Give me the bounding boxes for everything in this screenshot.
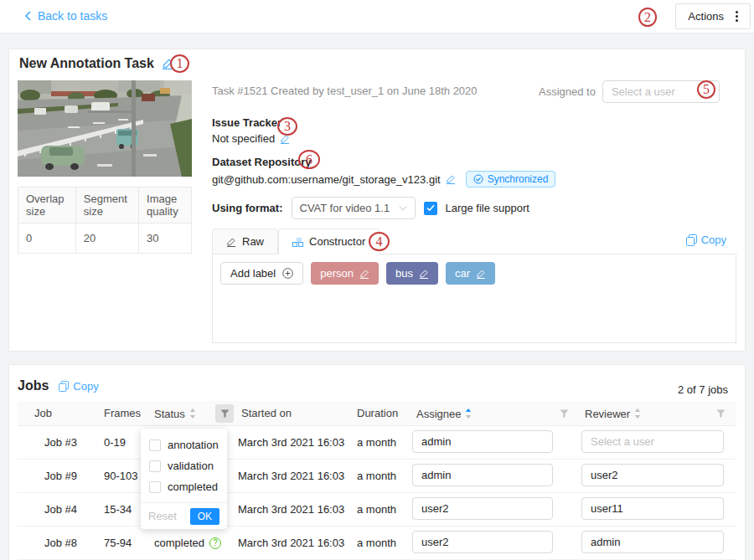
assignee-filter-icon[interactable] xyxy=(555,404,573,423)
table-row: Job #9 90-103 March 3rd 2021 16:03 a mon… xyxy=(18,460,736,493)
filter-option-completed-label: completed xyxy=(168,480,218,493)
job-link[interactable]: Job #9 xyxy=(44,470,77,482)
param-value-overlap: 0 xyxy=(18,223,76,254)
plus-circle-icon xyxy=(282,268,293,279)
chevron-left-icon xyxy=(23,11,32,21)
edit-label-icon[interactable] xyxy=(476,269,486,279)
sort-icon xyxy=(189,408,196,419)
callout-4: 4 xyxy=(369,232,390,251)
task-details-card: New Annotation Task xyxy=(8,49,746,352)
question-circle-icon[interactable]: ? xyxy=(209,537,221,549)
callout-2: 2 xyxy=(638,8,657,27)
page-title: New Annotation Task xyxy=(19,56,154,71)
using-format-label: Using format: xyxy=(212,202,283,214)
started-cell: March 3rd 2021 16:03 xyxy=(238,503,344,516)
assignee-input[interactable] xyxy=(412,531,553,553)
filter-footer: Reset OK xyxy=(141,502,227,529)
job-link[interactable]: Job #3 xyxy=(44,436,77,449)
checkbox-annotation[interactable] xyxy=(149,439,161,451)
edit-label-icon[interactable] xyxy=(419,269,429,279)
filter-option-annotation-label: annotation xyxy=(168,439,219,451)
job-link[interactable]: Job #4 xyxy=(44,503,77,516)
frames-cell: 75-94 xyxy=(104,537,132,549)
back-to-tasks-link[interactable]: Back to tasks xyxy=(23,9,107,23)
issue-tracker-label: Issue Tracker xyxy=(212,116,281,129)
job-link[interactable]: Job #8 xyxy=(44,537,77,549)
large-file-support-checkbox[interactable] xyxy=(424,202,437,215)
check-circle-icon xyxy=(473,174,483,184)
sync-status-badge[interactable]: Synchronized xyxy=(466,171,556,188)
labels-copy-label: Copy xyxy=(701,234,726,246)
back-link-label: Back to tasks xyxy=(38,9,107,23)
edit-label-icon[interactable] xyxy=(359,269,369,279)
filter-option-annotation[interactable]: annotation xyxy=(141,434,227,455)
labels-constructor-panel: Add label person bus car xyxy=(212,254,736,343)
chevron-down-icon xyxy=(399,206,407,211)
column-started: Started on xyxy=(241,407,292,419)
label-chip-person-text: person xyxy=(320,267,354,280)
jobs-header-row: Jobs Copy xyxy=(18,378,99,393)
param-header-quality: Image quality xyxy=(139,188,192,223)
tab-constructor[interactable]: Constructor xyxy=(278,229,380,254)
assignee-input[interactable] xyxy=(412,497,553,520)
table-row: Job #8 75-94 completed ? March 3rd 2021 … xyxy=(18,527,736,560)
jobs-copy-button[interactable]: Copy xyxy=(59,380,98,393)
label-chip-car[interactable]: car xyxy=(446,262,495,285)
assignee-input[interactable] xyxy=(412,430,553,453)
label-chip-person[interactable]: person xyxy=(311,262,379,285)
actions-button[interactable]: Actions xyxy=(675,3,751,29)
jobs-card: Jobs Copy 2 of 7 jobs Job Frames Status … xyxy=(8,364,746,560)
sync-status-text: Synchronized xyxy=(488,173,549,185)
started-cell: March 3rd 2021 16:03 xyxy=(238,470,344,482)
started-cell: March 3rd 2021 16:03 xyxy=(238,436,344,449)
duration-cell: a month xyxy=(357,537,396,549)
param-header-overlap: Overlap size xyxy=(18,188,76,223)
repository-url: git@github.com:username/git_storage_v123… xyxy=(212,173,441,186)
large-file-support-label: Large file support xyxy=(446,202,529,214)
sort-icon-active xyxy=(465,408,472,419)
duration-cell: a month xyxy=(357,470,396,482)
duration-cell: a month xyxy=(357,436,396,449)
sort-icon xyxy=(634,408,641,419)
column-status-sort[interactable]: Status xyxy=(154,401,196,426)
reviewer-input[interactable] xyxy=(581,464,724,486)
dataset-repository-label: Dataset Repository xyxy=(212,156,311,168)
frames-cell: 90-103 xyxy=(104,470,137,482)
jobs-title: Jobs xyxy=(18,378,49,393)
reviewer-input[interactable] xyxy=(581,531,724,553)
reviewer-input[interactable] xyxy=(581,497,724,520)
checkbox-validation[interactable] xyxy=(149,460,161,472)
pencil-icon xyxy=(226,237,236,247)
vertical-ellipsis-icon xyxy=(736,11,738,22)
format-select-value: CVAT for video 1.1 xyxy=(300,202,390,214)
copy-icon xyxy=(686,234,697,246)
dataset-repository-row: git@github.com:username/git_storage_v123… xyxy=(212,171,555,188)
checkbox-completed[interactable] xyxy=(149,481,161,493)
assignee-input[interactable] xyxy=(412,464,553,486)
column-assignee-sort[interactable]: Assignee xyxy=(416,401,472,426)
column-reviewer-sort[interactable]: Reviewer xyxy=(585,401,641,426)
filter-option-validation[interactable]: validation xyxy=(141,455,227,476)
param-value-segment: 20 xyxy=(75,223,138,254)
status-filter-icon[interactable] xyxy=(215,404,234,423)
actions-label: Actions xyxy=(688,10,724,23)
labels-copy-button[interactable]: Copy xyxy=(686,234,726,246)
label-chip-bus-text: bus xyxy=(395,267,413,280)
filter-option-completed[interactable]: completed xyxy=(141,476,227,497)
issue-tracker-value: Not specified xyxy=(212,132,275,145)
build-blocks-icon xyxy=(292,236,303,247)
edit-repository-icon[interactable] xyxy=(446,174,456,184)
label-chip-bus[interactable]: bus xyxy=(386,262,438,285)
add-label-button[interactable]: Add label xyxy=(220,262,303,285)
tab-raw[interactable]: Raw xyxy=(212,229,278,254)
column-job: Job xyxy=(34,407,52,419)
reviewer-input[interactable] xyxy=(581,430,724,453)
format-select[interactable]: CVAT for video 1.1 xyxy=(292,197,416,219)
labels-tabs: Raw Constructor xyxy=(212,229,380,254)
filter-ok-button[interactable]: OK xyxy=(190,508,219,525)
filter-option-validation-label: validation xyxy=(168,460,214,472)
reviewer-filter-icon[interactable] xyxy=(711,404,730,423)
callout-6: 6 xyxy=(298,150,320,169)
filter-reset-button[interactable]: Reset xyxy=(148,510,177,522)
tab-raw-label: Raw xyxy=(242,235,264,248)
